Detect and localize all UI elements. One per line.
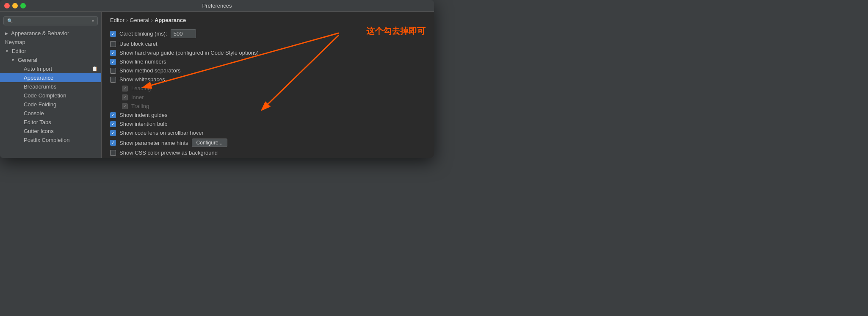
sidebar-item-code-folding[interactable]: Code Folding — [0, 100, 101, 109]
sidebar-item-code-completion[interactable]: Code Completion — [0, 91, 101, 100]
search-input[interactable] — [15, 18, 90, 24]
sidebar-label: Editor Tabs — [24, 119, 51, 125]
option-row-show-indent-guides: Show indent guides — [110, 112, 426, 118]
minimize-button[interactable] — [12, 3, 18, 8]
checkbox-trailing[interactable] — [122, 103, 128, 109]
sidebar-label: Console — [24, 110, 44, 116]
option-row-show-whitespaces: Show whitespaces — [110, 76, 426, 83]
sidebar-item-appearance-behavior[interactable]: ▶Appearance & Behavior — [0, 29, 101, 38]
sidebar-item-editor-tabs[interactable]: Editor Tabs — [0, 118, 101, 127]
sidebar-label: Editor — [12, 48, 26, 54]
sidebar-label: Keymap — [5, 39, 25, 45]
breadcrumb-editor: Editor — [110, 17, 124, 23]
checkbox-inner[interactable] — [122, 94, 128, 100]
checkbox-show-method-separators[interactable] — [110, 68, 116, 74]
option-label-show-line-numbers: Show line numbers — [119, 58, 166, 65]
option-label-show-hard-wrap: Show hard wrap guide (configured in Code… — [119, 50, 259, 56]
breadcrumb-appearance: Appearance — [155, 17, 186, 23]
arrow-icon: ▼ — [5, 49, 9, 53]
configure-button[interactable]: Configure... — [192, 139, 227, 147]
close-button[interactable] — [4, 3, 10, 8]
sidebar-item-console[interactable]: Console — [0, 109, 101, 118]
sidebar-item-keymap[interactable]: Keymap — [0, 38, 101, 47]
checkbox-show-css-preview[interactable] — [110, 150, 116, 156]
option-row-show-method-separators: Show method separators — [110, 67, 426, 74]
checkbox-caret-blinking[interactable] — [110, 31, 116, 37]
sidebar-item-auto-import[interactable]: Auto Import📋 — [0, 64, 101, 73]
input-caret-blinking[interactable] — [171, 29, 196, 38]
sidebar-label: Appearance & Behavior — [11, 30, 69, 36]
option-row-show-css-preview: Show CSS color preview as background — [110, 150, 426, 156]
checkbox-show-intention-bulb[interactable] — [110, 121, 116, 127]
sidebar-item-gutter-icons[interactable]: Gutter Icons — [0, 127, 101, 136]
option-row-show-line-numbers: Show line numbers — [110, 58, 426, 65]
option-label-caret-blinking: Caret blinking (ms): — [119, 30, 167, 37]
option-label-show-indent-guides: Show indent guides — [119, 112, 167, 118]
checkbox-show-hard-wrap[interactable] — [110, 50, 116, 56]
option-label-show-param-hints: Show parameter name hints — [119, 140, 188, 146]
sidebar-item-editor[interactable]: ▼Editor — [0, 47, 101, 55]
breadcrumb-general: General — [130, 17, 149, 23]
sidebar-label: Code Completion — [24, 92, 66, 99]
search-dropdown-icon[interactable]: ▾ — [92, 19, 94, 23]
option-label-show-method-separators: Show method separators — [119, 67, 181, 74]
sidebar-label: Appearance — [24, 75, 53, 81]
option-label-inner: Inner — [131, 94, 144, 100]
option-row-leading: Leading — [110, 85, 426, 91]
window-title: Preferences — [202, 3, 232, 9]
checkbox-show-indent-guides[interactable] — [110, 112, 116, 118]
option-row-caret-blinking: Caret blinking (ms): — [110, 29, 426, 38]
option-label-leading: Leading — [131, 85, 151, 91]
checkbox-show-param-hints[interactable] — [110, 140, 116, 146]
option-row-show-intention-bulb: Show intention bulb — [110, 121, 426, 127]
option-label-show-code-lens: Show code lens on scrollbar hover — [119, 130, 204, 136]
breadcrumb-sep1: › — [126, 17, 128, 23]
sidebar-label: Code Folding — [24, 101, 56, 108]
option-row-inner: Inner — [110, 94, 426, 100]
sidebar-label: Gutter Icons — [24, 128, 54, 134]
arrow-icon: ▶ — [5, 31, 8, 36]
checkbox-show-whitespaces[interactable] — [110, 77, 116, 83]
option-label-use-block-caret: Use block caret — [119, 41, 158, 47]
search-box[interactable]: 🔍 ▾ — [3, 16, 98, 25]
option-row-show-hard-wrap: Show hard wrap guide (configured in Code… — [110, 50, 426, 56]
checkbox-show-line-numbers[interactable] — [110, 59, 116, 65]
search-icon: 🔍 — [7, 18, 13, 24]
sidebar-label: Breadcrumbs — [24, 83, 56, 90]
breadcrumb-sep2: › — [151, 17, 153, 23]
option-label-trailing: Trailing — [131, 103, 149, 109]
option-label-show-whitespaces: Show whitespaces — [119, 76, 165, 83]
sidebar-item-postfix-completion[interactable]: Postfix Completion — [0, 136, 101, 144]
maximize-button[interactable] — [20, 3, 26, 8]
checkbox-use-block-caret[interactable] — [110, 41, 116, 47]
sidebar-label: Postfix Completion — [24, 137, 69, 143]
sidebar-item-breadcrumbs[interactable]: Breadcrumbs — [0, 82, 101, 91]
checkbox-leading[interactable] — [122, 86, 128, 91]
sidebar: 🔍 ▾ ▶Appearance & BehaviorKeymap▼Editor▼… — [0, 12, 102, 158]
option-row-show-param-hints: Show parameter name hintsConfigure... — [110, 139, 426, 147]
option-label-show-css-preview: Show CSS color preview as background — [119, 150, 218, 156]
checkbox-show-code-lens[interactable] — [110, 130, 116, 136]
sidebar-label: General — [18, 57, 37, 63]
sidebar-item-appearance[interactable]: Appearance — [0, 73, 101, 82]
option-row-show-code-lens: Show code lens on scrollbar hover — [110, 130, 426, 136]
breadcrumb: Editor › General › Appearance — [110, 17, 426, 23]
sidebar-item-general[interactable]: ▼General — [0, 55, 101, 64]
option-row-trailing: Trailing — [110, 103, 426, 109]
arrow-icon: ▼ — [11, 58, 15, 62]
auto-import-icon: 📋 — [92, 66, 98, 72]
option-row-use-block-caret: Use block caret — [110, 41, 426, 47]
sidebar-label: Auto Import — [24, 66, 52, 72]
content-panel: Editor › General › Appearance Caret blin… — [102, 12, 434, 158]
option-label-show-intention-bulb: Show intention bulb — [119, 121, 167, 127]
